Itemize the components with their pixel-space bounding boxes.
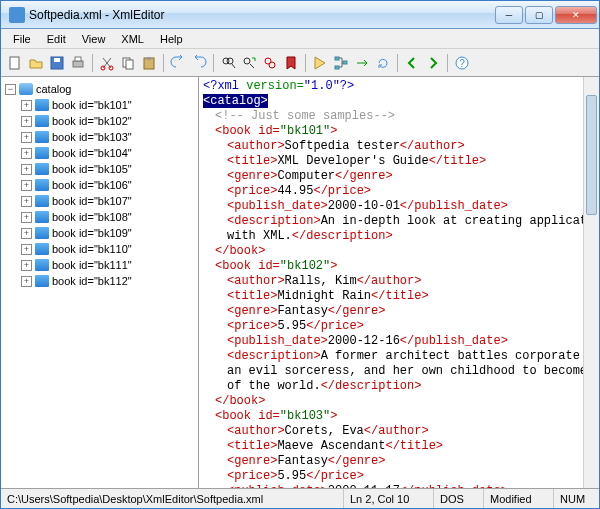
validate-icon[interactable] [310, 53, 330, 73]
tree-icon[interactable] [331, 53, 351, 73]
print-icon[interactable] [68, 53, 88, 73]
tree-item-label: book id="bk111" [52, 259, 132, 271]
xslt-icon[interactable] [352, 53, 372, 73]
tree-item[interactable]: +book id="bk106" [3, 177, 196, 193]
undo-icon[interactable] [168, 53, 188, 73]
tree-item[interactable]: +book id="bk102" [3, 113, 196, 129]
close-button[interactable]: ✕ [555, 6, 597, 24]
menu-file[interactable]: File [5, 31, 39, 47]
expand-icon[interactable]: + [21, 244, 32, 255]
tree-item[interactable]: +book id="bk104" [3, 145, 196, 161]
expand-icon[interactable]: + [21, 148, 32, 159]
tree-item[interactable]: +book id="bk108" [3, 209, 196, 225]
tree-root[interactable]: − catalog [3, 81, 196, 97]
tree-item[interactable]: +book id="bk112" [3, 273, 196, 289]
book-icon [35, 211, 49, 223]
book-icon [35, 179, 49, 191]
minimize-button[interactable]: ─ [495, 6, 523, 24]
findnext-icon[interactable] [239, 53, 259, 73]
tree-item[interactable]: +book id="bk109" [3, 225, 196, 241]
tree-item[interactable]: +book id="bk105" [3, 161, 196, 177]
save-icon[interactable] [47, 53, 67, 73]
svg-rect-16 [335, 57, 339, 60]
menubar: File Edit View XML Help [1, 29, 599, 49]
refresh-icon[interactable] [373, 53, 393, 73]
toolbar: ? [1, 49, 599, 77]
app-window: Softpedia.xml - XmlEditor ─ ▢ ✕ File Edi… [0, 0, 600, 509]
expand-icon[interactable]: + [21, 116, 32, 127]
maximize-button[interactable]: ▢ [525, 6, 553, 24]
book-icon [35, 163, 49, 175]
svg-rect-18 [343, 61, 347, 64]
expand-icon[interactable]: + [21, 132, 32, 143]
expand-icon[interactable]: + [21, 100, 32, 111]
svg-point-12 [227, 58, 233, 64]
scrollbar[interactable] [583, 77, 599, 488]
cut-icon[interactable] [97, 53, 117, 73]
expand-icon[interactable]: + [21, 212, 32, 223]
expand-icon[interactable]: + [21, 180, 32, 191]
book-icon [35, 243, 49, 255]
tree-item[interactable]: +book id="bk107" [3, 193, 196, 209]
svg-rect-0 [10, 57, 19, 69]
redo-icon[interactable] [189, 53, 209, 73]
navfwd-icon[interactable] [423, 53, 443, 73]
book-icon [35, 275, 49, 287]
tree-item-label: book id="bk101" [52, 99, 132, 111]
svg-text:?: ? [459, 58, 465, 69]
book-icon [35, 195, 49, 207]
tree-item[interactable]: +book id="bk103" [3, 129, 196, 145]
menu-xml[interactable]: XML [113, 31, 152, 47]
tree-item[interactable]: +book id="bk101" [3, 97, 196, 113]
statusbar: C:\Users\Softpedia\Desktop\XmlEditor\Sof… [1, 488, 599, 508]
tree-item-label: book id="bk102" [52, 115, 132, 127]
tree-item[interactable]: +book id="bk110" [3, 241, 196, 257]
bookmark-icon[interactable] [281, 53, 301, 73]
svg-point-15 [269, 62, 275, 68]
find-icon[interactable] [218, 53, 238, 73]
book-icon [35, 131, 49, 143]
menu-view[interactable]: View [74, 31, 114, 47]
tree-item-label: book id="bk104" [52, 147, 132, 159]
svg-rect-17 [335, 66, 339, 69]
new-icon[interactable] [5, 53, 25, 73]
status-cursor: Ln 2, Col 10 [344, 489, 434, 508]
svg-rect-3 [73, 61, 83, 67]
expand-icon[interactable]: + [21, 164, 32, 175]
tree-item-label: book id="bk105" [52, 163, 132, 175]
book-icon [35, 259, 49, 271]
database-icon [19, 83, 33, 95]
tree-item-label: book id="bk106" [52, 179, 132, 191]
navback-icon[interactable] [402, 53, 422, 73]
scrollbar-thumb[interactable] [586, 95, 597, 215]
open-icon[interactable] [26, 53, 46, 73]
expand-icon[interactable]: + [21, 260, 32, 271]
collapse-icon[interactable]: − [5, 84, 16, 95]
tree-item-label: book id="bk110" [52, 243, 132, 255]
svg-rect-2 [54, 58, 60, 62]
help-icon[interactable]: ? [452, 53, 472, 73]
menu-edit[interactable]: Edit [39, 31, 74, 47]
tree-item[interactable]: +book id="bk111" [3, 257, 196, 273]
replace-icon[interactable] [260, 53, 280, 73]
menu-help[interactable]: Help [152, 31, 191, 47]
tree-root-label: catalog [36, 83, 71, 95]
copy-icon[interactable] [118, 53, 138, 73]
tree-panel[interactable]: − catalog +book id="bk101"+book id="bk10… [1, 77, 199, 488]
svg-point-13 [244, 58, 250, 64]
svg-rect-10 [147, 57, 151, 60]
app-icon [9, 7, 25, 23]
book-icon [35, 99, 49, 111]
tree-item-label: book id="bk103" [52, 131, 132, 143]
book-icon [35, 115, 49, 127]
expand-icon[interactable]: + [21, 228, 32, 239]
expand-icon[interactable]: + [21, 276, 32, 287]
xml-editor[interactable]: <?xml version="1.0"?><catalog><!-- Just … [199, 77, 599, 488]
tree-item-label: book id="bk108" [52, 211, 132, 223]
status-modified: Modified [484, 489, 554, 508]
paste-icon[interactable] [139, 53, 159, 73]
status-path: C:\Users\Softpedia\Desktop\XmlEditor\Sof… [1, 489, 344, 508]
svg-rect-4 [75, 57, 81, 61]
titlebar[interactable]: Softpedia.xml - XmlEditor ─ ▢ ✕ [1, 1, 599, 29]
expand-icon[interactable]: + [21, 196, 32, 207]
